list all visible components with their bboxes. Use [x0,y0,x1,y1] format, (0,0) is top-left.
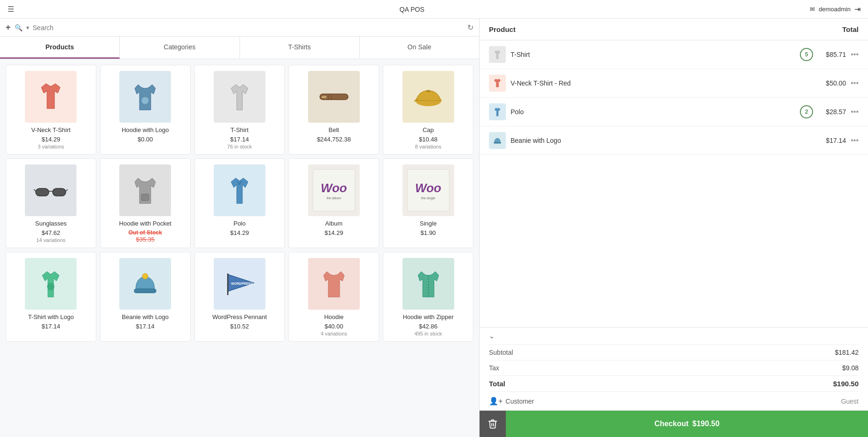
order-item-image [489,132,506,149]
svg-rect-6 [426,90,430,92]
tab-categories[interactable]: Categories [120,37,240,59]
order-item-price: $17.14 [818,137,846,144]
logout-icon[interactable]: ⇥ [854,5,860,14]
main-layout: + 🔍 ▾ ↻ Products Categories T-Shirts On … [0,19,868,437]
order-item-more-button[interactable]: ••• [851,50,859,59]
woo-single-image: Woo the single [407,169,450,211]
total-value: $190.50 [833,380,859,388]
product-card-sunglasses[interactable]: Sunglasses $47.62 14 variations [6,158,96,248]
product-price: $17.14 [136,323,155,330]
product-name: Cap [423,126,434,134]
username-label: demoadmin [819,6,851,13]
product-meta: 3 variations [38,144,64,149]
product-price: $14.29 [42,136,61,143]
product-card-belt[interactable]: Belt $244,752.38 [288,65,379,155]
svg-rect-8 [53,188,66,196]
product-card-album[interactable]: Woo the album Album $14.29 [288,158,379,248]
hamburger-icon[interactable]: ☰ [8,5,14,14]
product-image [25,71,77,123]
customer-label: Customer [505,398,534,405]
order-item-qty[interactable]: 5 [800,48,813,61]
checkout-button[interactable]: Checkout $190.50 [506,411,868,437]
tax-row: Tax $9.08 [489,360,859,376]
subtotal-label: Subtotal [489,349,513,356]
out-of-stock-label: Out of Stock [129,229,162,236]
topbar-left: ☰ [8,5,14,14]
woo-album-image: Woo the album [313,169,355,211]
product-image [308,258,360,310]
woo-subtext: the single [421,196,435,200]
svg-line-11 [66,189,68,191]
tab-on-sale[interactable]: On Sale [360,37,479,59]
order-item-more-button[interactable]: ••• [851,79,859,87]
svg-point-16 [144,275,147,278]
product-image [214,71,265,123]
product-tabs: Products Categories T-Shirts On Sale [0,37,479,59]
product-card-beanie[interactable]: Beanie with Logo $17.14 [100,252,191,342]
product-image [214,164,265,216]
order-item-name: V-Neck T-Shirt - Red [511,79,813,87]
product-card-hoodie-logo[interactable]: Hoodie with Logo $0.00 [100,65,191,155]
product-price: $40.00 [325,323,343,330]
tab-products[interactable]: Products [0,37,120,59]
order-product-col-label: Product [489,25,842,33]
chevron-down-icon[interactable]: ▾ [26,24,29,31]
product-name: Hoodie with Pocket [119,220,171,228]
product-name: Album [325,220,342,228]
product-image [308,71,360,123]
add-button[interactable]: + [6,23,11,32]
product-meta: 14 variations [36,237,65,243]
topbar-right: ✉ demoadmin ⇥ [810,5,860,14]
order-item-more-button[interactable]: ••• [851,108,859,116]
product-card-vneck[interactable]: V-Neck T-Shirt $14.29 3 variations [6,65,96,155]
total-label: Total [489,380,505,388]
product-name: Hoodie with Logo [122,126,169,134]
order-item-price: $50.00 [818,79,846,87]
product-name: T-Shirt [231,126,248,134]
svg-point-13 [47,283,54,290]
product-card-pennant[interactable]: WORDPRESS WordPress Pennant $10.52 [194,252,285,342]
product-price: $244,752.38 [317,136,351,143]
order-item-name: Beanie with Logo [511,137,813,144]
product-image [25,258,77,310]
right-panel: Product Total T-Shirt 5 $85.71 ••• V-Nec… [479,19,868,437]
order-item-qty[interactable]: 2 [800,105,813,118]
clear-order-button[interactable] [480,411,506,437]
product-card-hoodie[interactable]: Hoodie $40.00 4 variations [288,252,379,342]
woo-subtext: the album [326,196,341,200]
customer-value: Guest [841,398,859,405]
order-footer: ⌄ Subtotal $181.42 Tax $9.08 Total $190.… [480,327,868,410]
product-card-tshirt-logo[interactable]: T-Shirt with Logo $17.14 [6,252,96,342]
product-card-polo[interactable]: Polo $14.29 [194,158,285,248]
product-price: $14.29 [325,229,343,236]
tax-value: $9.08 [842,364,859,372]
product-card-hoodie-pocket[interactable]: Hoodie with Pocket Out of Stock $35.35 [100,158,191,248]
order-item-image [489,103,506,120]
search-input[interactable] [33,24,464,31]
subtotal-row: Subtotal $181.42 [489,345,859,360]
product-image [119,164,171,216]
refresh-icon[interactable]: ↻ [467,23,473,32]
svg-rect-2 [322,96,326,98]
product-meta: 8 variations [415,144,441,149]
product-name: WordPress Pennant [212,313,267,321]
product-card-single[interactable]: Woo the single Single $1.90 [383,158,473,248]
customer-left[interactable]: 👤+ Customer [489,397,534,406]
collapse-button[interactable]: ⌄ [489,328,859,345]
product-card-hoodie-zipper[interactable]: Hoodie with Zipper $42.86 495 in stock [383,252,473,342]
svg-rect-12 [141,194,149,201]
left-panel: + 🔍 ▾ ↻ Products Categories T-Shirts On … [0,19,479,437]
product-card-tshirt[interactable]: T-Shirt $17.14 76 in stock [194,65,285,155]
product-price: $35.35 [136,236,155,243]
product-name: Hoodie [324,313,343,321]
topbar: ☰ QA POS ✉ demoadmin ⇥ [0,0,868,19]
tax-label: Tax [489,364,499,372]
svg-point-0 [141,97,149,104]
chevron-down-icon: ⌄ [489,332,495,340]
svg-text:WORDPRESS: WORDPRESS [231,282,253,285]
product-image: WORDPRESS [214,258,265,310]
tab-tshirts[interactable]: T-Shirts [240,37,360,59]
order-item-more-button[interactable]: ••• [851,136,859,145]
user-email-icon: ✉ [810,6,815,13]
product-card-cap[interactable]: Cap $10.48 8 variations [383,65,473,155]
